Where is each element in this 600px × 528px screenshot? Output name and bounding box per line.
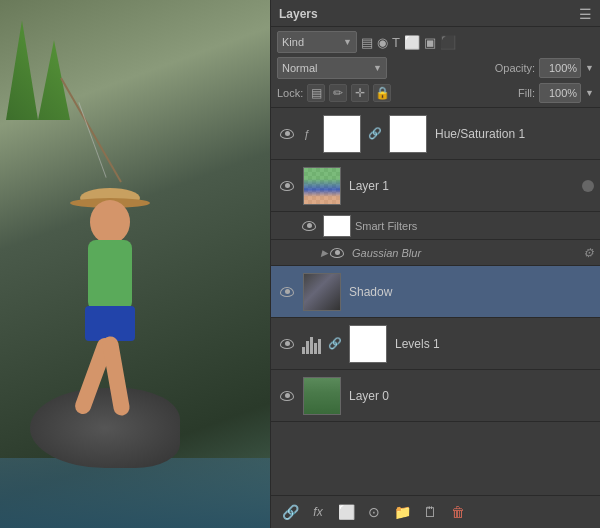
layer-thumb-smart xyxy=(323,215,351,237)
link-layers-button[interactable]: 🔗 xyxy=(279,501,301,523)
layer-name-levels1: Levels 1 xyxy=(393,337,594,351)
layer-item-shadow[interactable]: Shadow xyxy=(271,266,600,318)
eye-pupil-layer0 xyxy=(285,393,290,398)
eye-icon-levels xyxy=(280,339,294,349)
blend-chevron: ▼ xyxy=(373,63,382,73)
pixel-filter-icon[interactable]: ▤ xyxy=(361,35,373,50)
fill-label: Fill: xyxy=(518,87,535,99)
thumb-girl xyxy=(304,168,340,204)
eye-pupil xyxy=(285,131,290,136)
layer-thumb-hue-mask xyxy=(389,115,427,153)
lock-label: Lock: xyxy=(277,87,303,99)
layer-item-levels1[interactable]: 🔗 Levels 1 xyxy=(271,318,600,370)
layer-visibility-shadow[interactable] xyxy=(277,282,297,302)
photo-preview xyxy=(0,0,270,528)
collapse-arrow: ▶ xyxy=(321,248,328,258)
thumb-checker-layer1 xyxy=(304,168,340,204)
eye-icon xyxy=(280,129,294,139)
opacity-chevron: ▼ xyxy=(585,63,594,73)
eye-pupil-levels xyxy=(285,341,290,346)
levels-adj-icon xyxy=(297,329,327,359)
svg-rect-1 xyxy=(306,341,309,354)
eye-icon-smart xyxy=(302,221,316,231)
panel-toolbar: Kind ▼ ▤ ◉ T ⬜ ▣ ⬛ Normal ▼ Opacity: ▼ xyxy=(271,27,600,108)
kind-select[interactable]: Kind ▼ xyxy=(277,31,357,53)
smart-filter-label: Smart Filters xyxy=(355,220,594,232)
layer-item-gaussian-blur[interactable]: ▶ Gaussian Blur ⚙ xyxy=(271,240,600,266)
panel-menu-icon[interactable]: ☰ xyxy=(579,6,592,22)
thumb-white-mask xyxy=(390,116,426,152)
artboard-filter-icon[interactable]: ⬛ xyxy=(440,35,456,50)
lock-transparent-icon[interactable]: ▤ xyxy=(307,84,325,102)
new-layer-button[interactable]: 🗒 xyxy=(419,501,441,523)
panel-title: Layers xyxy=(279,7,318,21)
lock-position-icon[interactable]: ✛ xyxy=(351,84,369,102)
layer-visibility-smart-filters[interactable] xyxy=(299,216,319,236)
layer-visibility-levels[interactable] xyxy=(277,334,297,354)
hue-special-icon: ƒ xyxy=(297,128,317,140)
eye-pupil-smart xyxy=(307,223,312,228)
layer-name-hue-saturation: Hue/Saturation 1 xyxy=(433,127,594,141)
layer-scroll-indicator xyxy=(582,180,594,192)
layer-thumb-layer0 xyxy=(303,377,341,415)
eye-icon-layer1 xyxy=(280,181,294,191)
layer-thumb-layer1 xyxy=(303,167,341,205)
lock-icons: ▤ ✏ ✛ 🔒 xyxy=(307,84,391,102)
svg-rect-0 xyxy=(302,347,305,354)
add-mask-button[interactable]: ⬜ xyxy=(335,501,357,523)
fill-input[interactable] xyxy=(539,83,581,103)
fill-row: Fill: ▼ xyxy=(518,83,594,103)
layer-thumb-shadow xyxy=(303,273,341,311)
panel-header: Layers ☰ xyxy=(271,0,600,27)
toolbar-row-lock: Lock: ▤ ✏ ✛ 🔒 Fill: ▼ xyxy=(277,83,594,103)
layer-visibility-layer1[interactable] xyxy=(277,176,297,196)
kind-chevron: ▼ xyxy=(343,37,352,47)
lock-all-icon[interactable]: 🔒 xyxy=(373,84,391,102)
text-filter-icon[interactable]: T xyxy=(392,35,400,50)
thumb-landscape xyxy=(304,378,340,414)
fill-chevron: ▼ xyxy=(585,88,594,98)
layer-link-levels: 🔗 xyxy=(327,336,343,352)
eye-icon-gaussian xyxy=(330,248,344,258)
opacity-row: Opacity: ▼ xyxy=(391,58,594,78)
new-group-button[interactable]: 📁 xyxy=(391,501,413,523)
layer-item-layer0[interactable]: Layer 0 xyxy=(271,370,600,422)
panel-footer: 🔗 fx ⬜ ⊙ 📁 🗒 🗑 xyxy=(271,495,600,528)
filter-icons: ▤ ◉ T ⬜ ▣ ⬛ xyxy=(361,35,456,50)
layers-panel: Layers ☰ Kind ▼ ▤ ◉ T ⬜ ▣ ⬛ Normal ▼ xyxy=(270,0,600,528)
layer-visibility-hue-saturation[interactable] xyxy=(277,124,297,144)
thumb-shadow xyxy=(304,274,340,310)
adjustment-filter-icon[interactable]: ◉ xyxy=(377,35,388,50)
toolbar-row-blend: Normal ▼ Opacity: ▼ xyxy=(277,57,594,79)
new-fill-button[interactable]: ⊙ xyxy=(363,501,385,523)
eye-icon-layer0 xyxy=(280,391,294,401)
lock-paint-icon[interactable]: ✏ xyxy=(329,84,347,102)
thumb-white-smart xyxy=(324,216,350,236)
layers-scroll-container: ƒ 🔗 Hue/Saturation 1 xyxy=(271,108,600,495)
layer-item-hue-saturation[interactable]: ƒ 🔗 Hue/Saturation 1 xyxy=(271,108,600,160)
delete-layer-button[interactable]: 🗑 xyxy=(447,501,469,523)
layer-thumb-hue-saturation xyxy=(323,115,361,153)
add-layer-style-button[interactable]: fx xyxy=(307,501,329,523)
layer-item-layer1[interactable]: Layer 1 xyxy=(271,160,600,212)
opacity-input[interactable] xyxy=(539,58,581,78)
thumb-levels xyxy=(350,326,386,362)
layer-link-hue: 🔗 xyxy=(367,126,383,142)
svg-rect-3 xyxy=(314,343,317,354)
smart-filter-icon[interactable]: ▣ xyxy=(424,35,436,50)
eye-icon-shadow xyxy=(280,287,294,297)
svg-rect-4 xyxy=(318,339,321,354)
layer-name-layer1: Layer 1 xyxy=(347,179,580,193)
layers-list: ƒ 🔗 Hue/Saturation 1 xyxy=(271,108,600,495)
kind-label: Kind xyxy=(282,36,304,48)
blend-mode-select[interactable]: Normal ▼ xyxy=(277,57,387,79)
layer-visibility-layer0[interactable] xyxy=(277,386,297,406)
eye-pupil-layer1 xyxy=(285,183,290,188)
shape-filter-icon[interactable]: ⬜ xyxy=(404,35,420,50)
filter-settings-icon[interactable]: ⚙ xyxy=(583,246,594,260)
smart-filters-name: Smart Filters xyxy=(355,220,417,232)
blend-mode-label: Normal xyxy=(282,62,317,74)
thumb-white xyxy=(324,116,360,152)
layer-item-smart-filters[interactable]: Smart Filters xyxy=(271,212,600,240)
opacity-label: Opacity: xyxy=(495,62,535,74)
